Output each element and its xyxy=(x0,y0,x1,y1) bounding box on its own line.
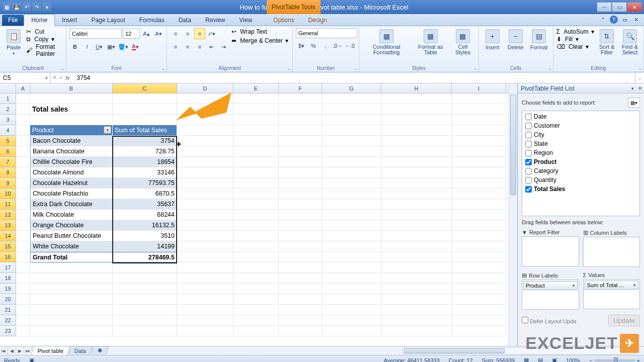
view-page-layout-icon[interactable]: ▤ xyxy=(538,357,543,362)
cell-E19[interactable] xyxy=(233,284,279,294)
cell-A19[interactable] xyxy=(16,284,30,294)
cell-A21[interactable] xyxy=(16,305,30,315)
field-checkbox[interactable] xyxy=(525,177,532,184)
cell-C8[interactable]: 33146 xyxy=(113,167,177,178)
cell-D6[interactable] xyxy=(177,146,233,157)
cell-E2[interactable] xyxy=(233,104,279,115)
align-right-icon[interactable]: ≡ xyxy=(194,41,205,52)
decrease-decimal-icon[interactable]: ←.0 xyxy=(344,40,355,51)
cell-B19[interactable] xyxy=(30,284,113,294)
cell-F15[interactable] xyxy=(279,241,322,252)
cell-B12[interactable]: Milk Chocolate xyxy=(30,210,113,220)
cell-I9[interactable] xyxy=(452,178,506,189)
align-top-icon[interactable]: ≡ xyxy=(170,28,181,39)
cell-C19[interactable] xyxy=(113,284,177,294)
format-cells-button[interactable]: ▤Format xyxy=(528,28,550,51)
cell-D22[interactable] xyxy=(177,315,233,326)
cell-E11[interactable] xyxy=(233,199,279,210)
cell-D20[interactable] xyxy=(177,294,233,305)
cell-H19[interactable] xyxy=(381,284,452,294)
increase-decimal-icon[interactable]: .0→ xyxy=(332,40,343,51)
tab-options[interactable]: Options xyxy=(266,15,301,26)
cell-I6[interactable] xyxy=(452,146,506,157)
cell-D12[interactable] xyxy=(177,210,233,220)
cell-D18[interactable] xyxy=(177,273,233,284)
copy-button[interactable]: ⧉ Copy ▾ xyxy=(26,36,63,43)
cell-E1[interactable] xyxy=(233,94,279,104)
cell-E22[interactable] xyxy=(233,315,279,326)
cell-G6[interactable] xyxy=(322,146,381,157)
fx-icon[interactable]: fx xyxy=(65,75,72,81)
accounting-format-icon[interactable]: $▾ xyxy=(296,40,307,51)
cell-D11[interactable] xyxy=(177,199,233,210)
field-checkbox[interactable] xyxy=(525,114,532,120)
grid[interactable]: 12Total sales34Product▾Sum of Total Sale… xyxy=(0,94,517,336)
cell-I11[interactable] xyxy=(452,199,506,210)
cell-B2[interactable]: Total sales xyxy=(30,104,113,115)
row-header-11[interactable]: 11 xyxy=(0,199,16,210)
zoom-slider[interactable] xyxy=(595,359,635,361)
cell-I14[interactable] xyxy=(452,231,506,241)
row-header-4[interactable]: 4 xyxy=(0,125,16,136)
cell-A18[interactable] xyxy=(16,273,30,284)
cell-G7[interactable] xyxy=(322,157,381,167)
field-checkbox[interactable] xyxy=(525,150,532,156)
cell-A5[interactable] xyxy=(16,136,30,146)
col-header-D[interactable]: D xyxy=(177,83,233,93)
cell-I13[interactable] xyxy=(452,220,506,231)
cell-G15[interactable] xyxy=(322,241,381,252)
row-header-3[interactable]: 3 xyxy=(0,115,16,125)
cell-D23[interactable] xyxy=(177,326,233,336)
cell-F2[interactable] xyxy=(279,104,322,115)
cell-I16[interactable] xyxy=(452,252,506,262)
col-header-I[interactable]: I xyxy=(452,83,506,93)
cell-B3[interactable] xyxy=(30,115,113,125)
field-quantity[interactable]: Quantity xyxy=(523,175,638,185)
cell-D14[interactable] xyxy=(177,231,233,241)
insert-cells-button[interactable]: +Insert xyxy=(482,28,503,51)
cell-I15[interactable] xyxy=(452,241,506,252)
cell-F6[interactable] xyxy=(279,146,322,157)
cell-D9[interactable] xyxy=(177,178,233,189)
row-header-7[interactable]: 7 xyxy=(0,157,16,167)
cell-C18[interactable] xyxy=(113,273,177,284)
cell-F18[interactable] xyxy=(279,273,322,284)
format-as-table-button[interactable]: ▦Format as Table xyxy=(413,28,448,56)
cell-B17[interactable] xyxy=(30,262,113,273)
cell-E14[interactable] xyxy=(233,231,279,241)
cell-E7[interactable] xyxy=(233,157,279,167)
cell-H13[interactable] xyxy=(381,220,452,231)
row-header-6[interactable]: 6 xyxy=(0,146,16,157)
col-header-G[interactable]: G xyxy=(322,83,381,93)
find-select-button[interactable]: 🔍Find & Select xyxy=(619,28,640,56)
cell-E9[interactable] xyxy=(233,178,279,189)
cell-E16[interactable] xyxy=(233,252,279,262)
cell-D2[interactable] xyxy=(177,104,233,115)
cell-E21[interactable] xyxy=(233,305,279,315)
cell-I22[interactable] xyxy=(452,315,506,326)
field-state[interactable]: State xyxy=(523,139,638,148)
cell-H15[interactable] xyxy=(381,241,452,252)
cell-H2[interactable] xyxy=(381,104,452,115)
sheet-tab-data[interactable]: Data xyxy=(68,346,93,355)
cell-C23[interactable] xyxy=(113,326,177,336)
cell-A22[interactable] xyxy=(16,315,30,326)
cell-F8[interactable] xyxy=(279,167,322,178)
cell-A1[interactable] xyxy=(16,94,30,104)
cell-A10[interactable] xyxy=(16,189,30,199)
tab-formulas[interactable]: Formulas xyxy=(132,15,172,26)
row-header-22[interactable]: 22 xyxy=(0,315,16,326)
row-header-8[interactable]: 8 xyxy=(0,167,16,178)
cell-E10[interactable] xyxy=(233,189,279,199)
row-header-13[interactable]: 13 xyxy=(0,220,16,231)
cell-E6[interactable] xyxy=(233,146,279,157)
cell-G10[interactable] xyxy=(322,189,381,199)
row-header-14[interactable]: 14 xyxy=(0,231,16,241)
cell-G4[interactable] xyxy=(322,125,381,136)
select-all-corner[interactable] xyxy=(0,83,16,93)
cell-C3[interactable] xyxy=(113,115,177,125)
cell-D16[interactable] xyxy=(177,252,233,262)
cell-H22[interactable] xyxy=(381,315,452,326)
row-header-23[interactable]: 23 xyxy=(0,326,16,336)
underline-button[interactable]: U▾ xyxy=(94,41,105,52)
